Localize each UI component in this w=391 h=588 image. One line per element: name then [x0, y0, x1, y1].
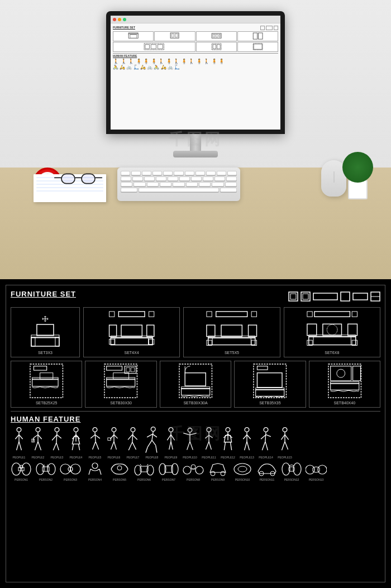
vehicle-label-person3: PERSON3: [64, 478, 77, 481]
svg-point-120: [17, 428, 21, 432]
keyboard-key: [121, 176, 131, 181]
vehicle-label-person5: PERSON5: [113, 478, 126, 481]
keyboard-key: [121, 171, 130, 175]
furniture-label-set4x4: SET4X4: [124, 351, 139, 355]
keyboard-key: [196, 171, 205, 175]
svg-point-159: [131, 428, 135, 432]
svg-line-170: [146, 447, 147, 453]
vehicle-label-person2: PERSON2: [39, 478, 53, 481]
vehicle-label-person13: PERSON13: [309, 478, 324, 481]
keyboard-key: [131, 171, 141, 175]
svg-rect-59: [121, 325, 142, 337]
svg-line-178: [171, 442, 173, 450]
svg-point-242: [191, 465, 196, 469]
svg-line-234: [140, 464, 141, 466]
monitor-cad-content: FURNITURE SET: [111, 23, 280, 130]
svg-point-140: [74, 428, 78, 432]
svg-line-177: [169, 442, 171, 450]
svg-line-161: [128, 434, 132, 439]
keyboard-key: [173, 182, 184, 187]
svg-point-179: [188, 428, 192, 433]
svg-point-243: [211, 471, 215, 476]
svg-line-196: [230, 442, 231, 450]
keyboard-key: [174, 171, 183, 175]
svg-line-132: [35, 442, 38, 451]
svg-line-148: [90, 434, 95, 438]
human-label-people6: PEOPLE6: [108, 456, 121, 459]
vehicle-figure-person11: PERSON11: [256, 461, 278, 481]
corner-symbol-1: [288, 291, 298, 302]
svg-rect-105: [185, 373, 206, 386]
keyboard-key: [227, 171, 237, 175]
keyboard-key: [147, 182, 159, 187]
monitor-base: [173, 151, 218, 157]
svg-point-88: [327, 324, 337, 335]
svg-rect-83: [322, 324, 341, 336]
svg-rect-39: [37, 324, 54, 336]
furniture-label-set3x3: SET3X3: [38, 351, 53, 355]
glasses: [53, 172, 103, 189]
svg-rect-10: [219, 35, 220, 37]
svg-rect-5: [171, 34, 174, 37]
svg-line-204: [265, 432, 266, 442]
human-figure-people13: PEOPLE13: [239, 427, 255, 459]
svg-line-212: [285, 434, 289, 439]
svg-line-172: [156, 445, 157, 452]
toolbar-dot-yellow: [118, 18, 121, 21]
svg-rect-3: [136, 34, 138, 38]
human-figure-people3: PEOPLE3: [49, 427, 65, 459]
svg-line-123: [19, 434, 23, 439]
svg-rect-221: [42, 467, 49, 471]
furniture-drawing-set5x5: [186, 310, 277, 350]
svg-line-145: [78, 444, 79, 450]
svg-line-207: [262, 442, 265, 451]
svg-line-147: [95, 432, 96, 442]
cad-drawing-section: FURNITURE SET: [0, 279, 391, 588]
svg-point-246: [238, 466, 247, 472]
svg-line-195: [224, 442, 225, 450]
svg-rect-65: [147, 325, 154, 337]
human-label-people4: PEOPLE4: [70, 456, 83, 459]
human-figure-people10: PEOPLE10: [182, 427, 198, 459]
svg-rect-111: [258, 373, 283, 388]
vehicle-label-person6: PERSON6: [137, 478, 151, 481]
keyboard-key: [156, 176, 166, 181]
furniture-label-setb40x40: SETB40X40: [334, 401, 356, 405]
svg-rect-19: [217, 45, 220, 49]
svg-line-228: [89, 469, 90, 475]
keyboard-key: [142, 171, 151, 175]
svg-point-146: [93, 428, 97, 432]
cad-main-border: FURNITURE SET: [6, 285, 385, 582]
svg-rect-86: [308, 336, 313, 345]
human-label-people2: PEOPLE2: [32, 456, 45, 459]
svg-rect-57: [109, 339, 114, 344]
human-figure-people1: PEOPLE1: [11, 427, 27, 459]
svg-point-191: [226, 428, 230, 432]
svg-line-151: [96, 442, 99, 450]
human-label-people10: PEOPLE10: [183, 456, 197, 459]
svg-point-203: [264, 428, 268, 432]
keyboard-key: [199, 182, 211, 187]
svg-line-163: [128, 442, 132, 450]
svg-line-128: [34, 434, 38, 438]
plant-leaves: [342, 152, 373, 183]
svg-line-129: [33, 438, 34, 442]
keyboard-key: [179, 176, 190, 181]
keyboard-row-spacebar: [121, 188, 237, 192]
monitor-furniture-title: FURNITURE SET: [113, 26, 135, 29]
furniture-cell-setb40x40: SETB40X40: [309, 361, 380, 408]
svg-line-194: [228, 434, 232, 438]
svg-line-214: [285, 442, 288, 450]
svg-rect-115: [330, 366, 351, 381]
svg-line-184: [190, 442, 193, 450]
svg-line-168: [152, 434, 157, 437]
human-label-people3: PEOPLE3: [51, 456, 64, 459]
furniture-cell-set5x5: SET5X5: [183, 307, 280, 357]
human-feature-title: HUMAN FEATURE: [11, 415, 380, 423]
keyboard-key: [206, 171, 216, 175]
svg-line-235: [147, 464, 148, 466]
furniture-header-row: FURNITURE SET: [11, 290, 380, 303]
furniture-cell-set6x8: SET6X8: [284, 307, 380, 357]
keyboard-key: [168, 176, 178, 181]
human-label-people15: PEOPLE15: [278, 456, 292, 459]
